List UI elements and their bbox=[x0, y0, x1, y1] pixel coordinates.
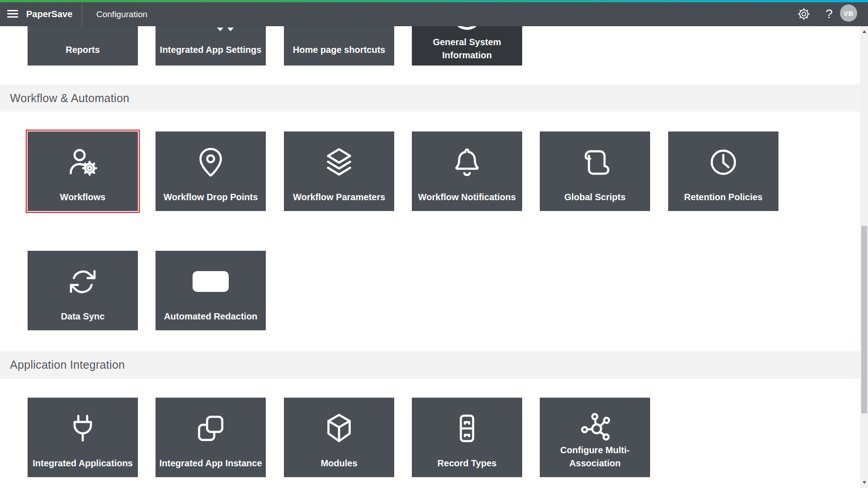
bell-icon bbox=[412, 143, 522, 181]
tile-label: Data Sync bbox=[31, 310, 134, 323]
tile-workflow-drop-points[interactable]: Workflow Drop Points bbox=[156, 131, 266, 211]
tile-label: General System Information bbox=[415, 36, 519, 62]
scroll-icon bbox=[540, 143, 650, 181]
scroll-up-arrow-icon[interactable] bbox=[860, 28, 868, 35]
tile-automated-redaction[interactable]: Automated Redaction bbox=[156, 251, 266, 330]
circle-arc-icon bbox=[452, 26, 482, 30]
double-chevron-down-icon bbox=[217, 28, 234, 31]
tile-reports[interactable]: Reports bbox=[28, 26, 138, 66]
section-title: Workflow & Automation bbox=[10, 92, 129, 105]
tile-label: Record Types bbox=[415, 457, 519, 470]
top-bar: PaperSave Configuration ? VB bbox=[0, 0, 868, 26]
header-divider bbox=[82, 2, 82, 26]
tile-modules[interactable]: Modules bbox=[284, 398, 394, 477]
tile-workflow-parameters[interactable]: Workflow Parameters bbox=[284, 131, 394, 211]
cube-icon bbox=[284, 409, 394, 447]
tile-label: Workflow Parameters bbox=[288, 191, 391, 204]
tile-retention-policies[interactable]: Retention Policies bbox=[668, 131, 778, 211]
tile-label: Reports bbox=[31, 43, 134, 56]
tile-label: Modules bbox=[288, 457, 391, 470]
tile-label: Workflow Notifications bbox=[415, 191, 519, 204]
map-pin-icon bbox=[156, 143, 266, 181]
cabinet-icon bbox=[412, 409, 522, 447]
tile-integrated-app-settings[interactable]: Integrated App Settings bbox=[156, 26, 266, 66]
tile-label: Configure Multi-Association bbox=[543, 444, 646, 470]
user-avatar[interactable]: VB bbox=[840, 5, 857, 22]
tile-label: Home page shortcuts bbox=[288, 43, 391, 56]
app-brand: PaperSave bbox=[26, 2, 72, 26]
scroll-down-arrow-icon[interactable] bbox=[860, 479, 868, 486]
hamburger-menu-icon[interactable] bbox=[7, 10, 18, 18]
tile-record-types[interactable]: Record Types bbox=[412, 398, 522, 477]
tile-workflow-notifications[interactable]: Workflow Notifications bbox=[412, 131, 522, 211]
overlap-squares-icon bbox=[156, 409, 266, 447]
scrollbar-thumb[interactable] bbox=[861, 226, 867, 413]
redaction-icon bbox=[156, 263, 266, 300]
tile-configure-multi-association[interactable]: Configure Multi-Association bbox=[540, 398, 650, 477]
tile-label: Workflow Drop Points bbox=[159, 191, 262, 204]
tile-integrated-applications[interactable]: Integrated Applications bbox=[28, 398, 138, 477]
tile-data-sync[interactable]: Data Sync bbox=[28, 251, 138, 330]
section-band-workflow-automation: Workflow & Automation bbox=[0, 84, 860, 112]
top-gradient-bar bbox=[0, 0, 868, 2]
layers-icon bbox=[284, 143, 394, 181]
section-title: Application Integration bbox=[10, 358, 125, 371]
page-title: Configuration bbox=[96, 2, 147, 26]
help-icon[interactable]: ? bbox=[822, 4, 836, 24]
tile-label: Integrated App Instance bbox=[159, 457, 262, 470]
section-band-application-integration: Application Integration bbox=[0, 351, 860, 379]
network-icon bbox=[540, 409, 650, 447]
tile-integrated-app-instance[interactable]: Integrated App Instance bbox=[156, 398, 266, 477]
vertical-scrollbar[interactable] bbox=[860, 26, 868, 488]
tile-label: Integrated App Settings bbox=[159, 43, 262, 56]
tile-global-scripts[interactable]: Global Scripts bbox=[540, 131, 650, 211]
tile-label: Global Scripts bbox=[543, 191, 646, 204]
sync-icon bbox=[28, 263, 138, 300]
clock-icon bbox=[668, 143, 778, 181]
plug-icon bbox=[28, 409, 138, 447]
configuration-page: ReportsIntegrated App SettingsHome page … bbox=[0, 0, 868, 488]
tile-label: Integrated Applications bbox=[31, 457, 134, 470]
tile-workflows[interactable]: Workflows bbox=[28, 131, 138, 211]
tile-general-system-information[interactable]: General System Information bbox=[412, 26, 522, 66]
settings-gear-icon[interactable] bbox=[797, 7, 811, 21]
user-gear-icon bbox=[28, 143, 138, 181]
tile-home-page-shortcuts[interactable]: Home page shortcuts bbox=[284, 26, 394, 66]
tile-label: Workflows bbox=[31, 191, 134, 204]
tile-label: Retention Policies bbox=[672, 191, 775, 204]
tile-label: Automated Redaction bbox=[159, 310, 262, 323]
